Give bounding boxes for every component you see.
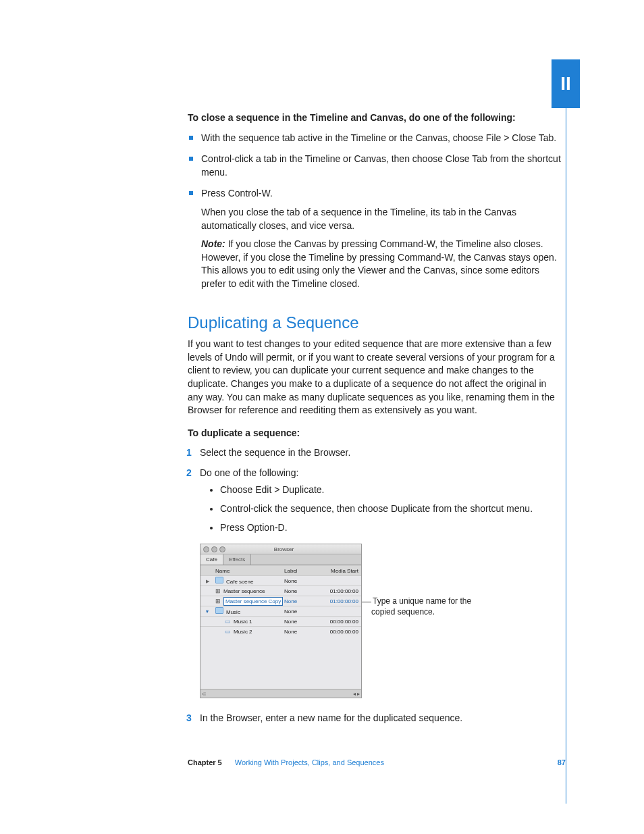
- tab-effects[interactable]: Effects: [223, 554, 251, 565]
- note-label: Note:: [201, 238, 225, 249]
- section-tab: II: [552, 59, 580, 108]
- folder-icon: [215, 579, 223, 585]
- clip-icon: [225, 629, 231, 635]
- content: To close a sequence in the Timeline and …: [188, 111, 563, 732]
- close-heading: To close a sequence in the Timeline and …: [188, 111, 563, 125]
- steps-list: Select the sequence in the Browser. Do o…: [188, 446, 563, 725]
- clip-icon: [225, 619, 231, 625]
- traffic-light-icon: [203, 546, 209, 552]
- browser-header-row: Name Label Media Start: [200, 565, 361, 575]
- row-media: 01:00:00:00: [317, 598, 361, 605]
- row-label: None: [284, 588, 317, 595]
- note-text: If you close the Canvas by pressing Comm…: [201, 238, 557, 289]
- step-2-options: Choose Edit > Duplicate. Control-click t…: [200, 484, 563, 534]
- folder-icon: [215, 609, 223, 615]
- table-row[interactable]: Cafe sceneNone: [200, 575, 361, 585]
- col-media[interactable]: Media Start: [317, 567, 361, 575]
- row-name: Cafe scene: [226, 579, 253, 585]
- row-label: None: [284, 628, 317, 635]
- row-label: None: [284, 608, 317, 615]
- seq-icon: [215, 598, 221, 604]
- traffic-light-icon: [211, 546, 217, 552]
- step-2-opt-3: Press Option-D.: [220, 521, 563, 535]
- disclosure-right-icon[interactable]: [206, 577, 209, 585]
- browser-title: Browser: [274, 546, 294, 553]
- step-1: Select the sequence in the Browser.: [200, 447, 350, 458]
- row-name: Music: [226, 609, 240, 615]
- row-name: Master sequence Copy: [223, 597, 283, 606]
- duplicating-para: If you want to test changes to your edit…: [188, 338, 563, 417]
- row-label: None: [284, 618, 317, 625]
- seq-icon: [215, 588, 221, 594]
- traffic-light-icon: [219, 546, 225, 552]
- step-3: In the Browser, enter a new name for the…: [200, 712, 462, 723]
- table-row[interactable]: Music 2None00:00:00:00: [200, 626, 361, 636]
- step-2-opt-1: Choose Edit > Duplicate.: [220, 484, 563, 497]
- tab-cafe[interactable]: Cafe: [200, 554, 223, 565]
- close-bullets: With the sequence tab active in the Time…: [188, 132, 563, 291]
- row-media: 01:00:00:00: [317, 588, 361, 595]
- close-bullet-1: With the sequence tab active in the Time…: [201, 132, 556, 143]
- browser-window: Browser Cafe Effects Name Label: [200, 544, 362, 698]
- browser-tabs: Cafe Effects: [200, 554, 361, 565]
- row-media: 00:00:00:00: [317, 628, 361, 635]
- figure: Browser Cafe Effects Name Label: [200, 544, 563, 698]
- row-name: Music 2: [234, 629, 252, 635]
- footer-title: Working With Projects, Clips, and Sequen…: [235, 758, 384, 766]
- page-footer: Chapter 5 Working With Projects, Clips, …: [188, 758, 566, 766]
- footer-chapter: Chapter 5: [188, 758, 222, 766]
- table-row[interactable]: Master sequence CopyNone01:00:00:00: [200, 596, 361, 606]
- browser-list: Cafe sceneNoneMaster sequenceNone01:00:0…: [200, 575, 361, 689]
- row-media: 00:00:00:00: [317, 618, 361, 625]
- col-name[interactable]: Name: [214, 567, 284, 575]
- row-name: Master sequence: [223, 588, 265, 594]
- col-label[interactable]: Label: [284, 567, 317, 575]
- footer-page: 87: [558, 758, 566, 766]
- step-2-lead: Do one of the following:: [200, 467, 298, 478]
- table-row[interactable]: MusicNone: [200, 606, 361, 616]
- table-row[interactable]: Music 1None00:00:00:00: [200, 616, 361, 626]
- page: II To close a sequence in the Timeline a…: [0, 0, 644, 834]
- browser-titlebar: Browser: [200, 544, 361, 554]
- close-bullet-2: Control-click a tab in the Timeline or C…: [201, 153, 561, 178]
- row-label: None: [284, 577, 317, 585]
- disclosure-down-icon[interactable]: [205, 608, 210, 615]
- close-para-1: When you close the tab of a sequence in …: [201, 206, 563, 232]
- table-row[interactable]: Master sequenceNone01:00:00:00: [200, 585, 361, 596]
- browser-scrollbar[interactable]: ⊂◂ ▸: [200, 689, 361, 698]
- step-2-opt-2: Control-click the sequence, then choose …: [220, 502, 563, 516]
- duplicating-heading: Duplicating a Sequence: [188, 311, 563, 334]
- row-name: Music 1: [234, 619, 252, 625]
- row-label: None: [284, 598, 317, 605]
- close-bullet-3: Press Control-W.: [201, 188, 273, 199]
- section-divider: [566, 108, 566, 804]
- figure-callout: Type a unique name for the copied sequen…: [371, 596, 473, 617]
- dup-steps-heading: To duplicate a sequence:: [188, 427, 563, 440]
